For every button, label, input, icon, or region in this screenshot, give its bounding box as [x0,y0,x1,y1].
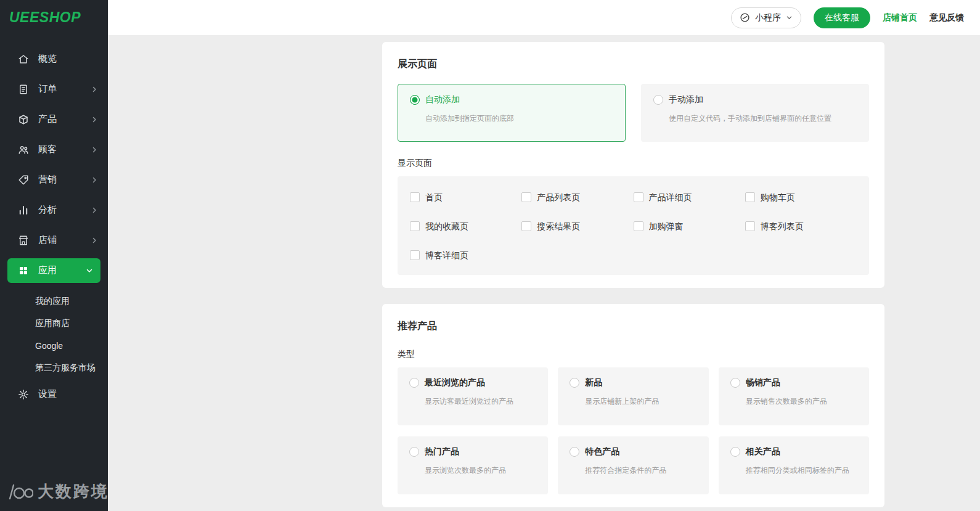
page-checkbox-add-to-cart-popup[interactable]: 加购弹窗 [634,220,745,232]
add-mode-options: 自动添加 自动添加到指定页面的底部 手动添加 使用自定义代码，手动添加到店铺界面… [398,84,869,142]
checkbox-icon[interactable] [634,221,643,231]
manual-add-option-card[interactable]: 手动添加 使用自定义代码，手动添加到店铺界面的任意位置 [641,84,869,142]
option-label: 自动添加 [425,94,460,105]
watermark-logo-icon [6,483,33,501]
checkbox-icon[interactable] [634,192,643,202]
recommend-type-options: 最近浏览的产品 显示访客最近浏览过的产品 新品 显示店铺新上架的产品 畅销产品 [398,367,869,494]
type-label: 类型 [398,349,869,360]
radio-unchecked-icon[interactable] [730,447,740,457]
recommend-option-featured[interactable]: 特色产品 推荐符合指定条件的产品 [558,436,708,494]
sidebar-item-analytics[interactable]: 分析 [0,195,108,225]
recommend-option-best-sellers[interactable]: 畅销产品 显示销售次数最多的产品 [719,367,869,425]
radio-unchecked-icon[interactable] [570,447,579,457]
recommend-products-title: 推荐产品 [398,320,869,333]
chevron-right-icon [91,206,98,214]
radio-unchecked-icon[interactable] [730,378,740,388]
option-description: 显示访客最近浏览过的产品 [425,396,536,407]
page-checkbox-blog-list[interactable]: 博客列表页 [745,220,857,232]
recommend-option-popular[interactable]: 热门产品 显示浏览次数最多的产品 [398,436,548,494]
sidebar-item-store[interactable]: 店铺 [0,225,108,255]
auto-add-option-card[interactable]: 自动添加 自动添加到指定页面的底部 [398,84,626,142]
apps-submenu: 我的应用 应用商店 Google 第三方服务市场 [0,285,108,379]
option-description: 显示浏览次数最多的产品 [425,465,536,476]
checkbox-icon[interactable] [745,221,755,231]
checkbox-label: 购物车页 [761,191,795,203]
checkbox-label: 首页 [425,191,443,203]
sidebar-item-apps[interactable]: 应用 [7,258,100,283]
miniprogram-selector[interactable]: 小程序 [731,7,801,28]
miniprogram-icon [740,12,750,23]
chevron-right-icon [91,237,98,244]
page-checkbox-home[interactable]: 首页 [410,191,521,203]
option-label: 最近浏览的产品 [425,377,485,388]
checkbox-icon[interactable] [521,221,531,231]
option-description: 显示店铺新上架的产品 [585,396,696,407]
display-page-card: 展示页面 自动添加 自动添加到指定页面的底部 手动添加 使用自定义代码，手动添加… [382,42,884,288]
sidebar-item-marketing[interactable]: 营销 [0,165,108,195]
sidebar-submenu-third-party[interactable]: 第三方服务市场 [0,357,108,379]
option-label: 相关产品 [746,446,780,457]
page-checkbox-product-list[interactable]: 产品列表页 [521,191,633,203]
page-checkbox-cart[interactable]: 购物车页 [745,191,857,203]
sidebar-item-products[interactable]: 产品 [0,104,108,134]
watermark-text: 大数跨境 [38,481,109,502]
checkbox-label: 博客详细页 [425,249,468,261]
sidebar-submenu-google[interactable]: Google [0,335,108,357]
checkbox-label: 搜索结果页 [537,220,580,232]
option-label: 特色产品 [585,446,619,457]
feedback-link[interactable]: 意见反馈 [929,12,964,23]
sidebar-submenu-app-store[interactable]: 应用商店 [0,313,108,335]
option-description: 使用自定义代码，手动添加到店铺界面的任意位置 [669,113,857,124]
option-description: 推荐符合指定条件的产品 [585,465,696,476]
store-home-link[interactable]: 店铺首页 [883,12,917,23]
recommend-option-recently-viewed[interactable]: 最近浏览的产品 显示访客最近浏览过的产品 [398,367,548,425]
checkbox-label: 产品详细页 [649,191,692,203]
sidebar-item-orders[interactable]: 订单 [0,74,108,104]
sidebar-item-label: 订单 [38,83,57,95]
online-customer-service-button[interactable]: 在线客服 [814,7,870,28]
checkbox-icon[interactable] [410,192,420,202]
checkbox-label: 博客列表页 [761,220,804,232]
checkbox-icon[interactable] [410,250,420,260]
page-checkbox-blog-detail[interactable]: 博客详细页 [410,249,521,261]
sidebar-item-label: 店铺 [38,234,57,246]
page-checkbox-search-results[interactable]: 搜索结果页 [521,220,633,232]
top-header: 小程序 在线客服 店铺首页 意见反馈 [108,0,980,35]
page-checkbox-wishlist[interactable]: 我的收藏页 [410,220,521,232]
gear-icon [18,389,29,400]
radio-unchecked-icon[interactable] [653,95,663,105]
checkbox-label: 我的收藏页 [425,220,468,232]
checkbox-icon[interactable] [745,192,755,202]
chevron-right-icon [91,86,98,93]
checkbox-icon[interactable] [521,192,531,202]
radio-checked-icon[interactable] [410,95,420,105]
sidebar-item-label: 产品 [38,113,57,125]
sidebar-item-overview[interactable]: 概览 [0,44,108,74]
main-area: 展示页面 自动添加 自动添加到指定页面的底部 手动添加 使用自定义代码，手动添加… [108,35,980,511]
analytics-icon [18,205,29,216]
sidebar-submenu-my-apps[interactable]: 我的应用 [0,290,108,313]
order-icon [18,84,29,95]
chevron-right-icon [91,116,98,123]
option-label: 热门产品 [425,446,459,457]
radio-unchecked-icon[interactable] [409,378,419,388]
radio-unchecked-icon[interactable] [409,447,419,457]
option-description: 显示销售次数最多的产品 [746,396,857,407]
option-description: 推荐相同分类或相同标签的产品 [746,465,857,476]
sidebar-item-label: 分析 [38,204,57,216]
chevron-down-icon [86,267,93,274]
page-checkbox-product-detail[interactable]: 产品详细页 [634,191,745,203]
recommend-option-new-arrivals[interactable]: 新品 显示店铺新上架的产品 [558,367,708,425]
radio-unchecked-icon[interactable] [570,378,579,388]
checkbox-label: 产品列表页 [537,191,580,203]
miniprogram-label: 小程序 [755,12,781,23]
customers-icon [18,144,29,155]
checkbox-icon[interactable] [410,221,420,231]
sidebar-item-customers[interactable]: 顾客 [0,134,108,165]
recommend-option-related[interactable]: 相关产品 推荐相同分类或相同标签的产品 [719,436,869,494]
ueeshop-logo: UEESHOP [0,0,108,35]
content-column: 展示页面 自动添加 自动添加到指定页面的底部 手动添加 使用自定义代码，手动添加… [382,35,884,507]
store-icon [18,235,29,246]
sidebar-item-settings[interactable]: 设置 [0,379,108,409]
recommend-products-card: 推荐产品 类型 最近浏览的产品 显示访客最近浏览过的产品 新品 显示店铺新上架的… [382,304,884,507]
